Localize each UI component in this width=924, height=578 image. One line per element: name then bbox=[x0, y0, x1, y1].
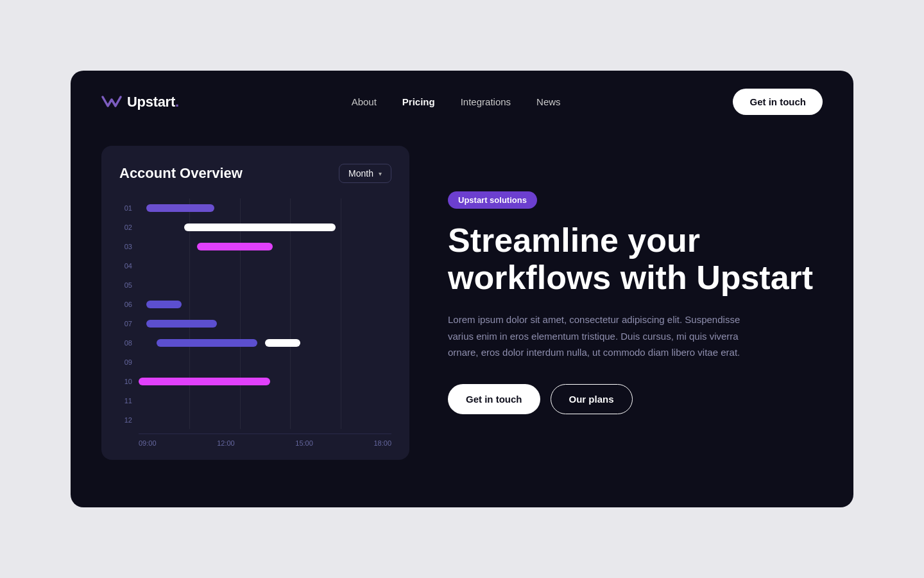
time-label-0900: 09:00 bbox=[139, 439, 157, 447]
gantt-row: 08 bbox=[119, 333, 391, 353]
time-label-1500: 15:00 bbox=[295, 439, 313, 447]
row-track bbox=[139, 198, 391, 218]
nav-integrations[interactable]: Integrations bbox=[461, 96, 511, 107]
nav-links: About Pricing Integrations News bbox=[352, 96, 561, 108]
nav-news[interactable]: News bbox=[536, 96, 561, 107]
gantt-row: 02 bbox=[119, 218, 391, 237]
nav-about[interactable]: About bbox=[352, 96, 377, 107]
gantt-time-axis: 09:00 12:00 15:00 18:00 bbox=[139, 434, 391, 447]
gantt-row: 07 bbox=[119, 314, 391, 333]
row-label: 12 bbox=[119, 416, 139, 424]
gantt-bar bbox=[146, 320, 217, 328]
gantt-row: 01 bbox=[119, 198, 391, 218]
nav-cta-button[interactable]: Get in touch bbox=[733, 89, 823, 115]
row-label: 08 bbox=[119, 339, 139, 347]
hero-primary-button[interactable]: Get in touch bbox=[448, 384, 540, 414]
gantt-row: 03 bbox=[119, 237, 391, 256]
time-label-1200: 12:00 bbox=[217, 439, 235, 447]
gantt-row: 06 bbox=[119, 295, 391, 314]
gantt-rows: 01 02 03 bbox=[119, 198, 391, 430]
time-label-1800: 18:00 bbox=[373, 439, 391, 447]
row-label: 04 bbox=[119, 262, 139, 270]
row-label: 07 bbox=[119, 320, 139, 328]
chart-header: Account Overview Month ▾ bbox=[119, 164, 391, 183]
month-dropdown-label: Month bbox=[348, 168, 373, 179]
logo[interactable]: Upstart. bbox=[101, 94, 179, 110]
row-label: 02 bbox=[119, 223, 139, 231]
chart-title: Account Overview bbox=[119, 165, 243, 182]
logo-icon bbox=[101, 94, 122, 110]
gantt-row: 12 bbox=[119, 410, 391, 430]
gantt-bar bbox=[157, 339, 258, 347]
row-track bbox=[139, 276, 391, 295]
row-track bbox=[139, 295, 391, 314]
hero-outline-button[interactable]: Our plans bbox=[551, 384, 633, 414]
gantt-bar bbox=[146, 204, 214, 212]
brand-name: Upstart. bbox=[127, 94, 179, 110]
hero-text: Upstart solutions Streamline your workfl… bbox=[448, 191, 823, 414]
gantt-row: 04 bbox=[119, 256, 391, 276]
gantt-row: 05 bbox=[119, 276, 391, 295]
gantt-row: 11 bbox=[119, 391, 391, 410]
row-track bbox=[139, 333, 391, 353]
gantt-bar bbox=[197, 243, 273, 250]
chevron-down-icon: ▾ bbox=[379, 170, 382, 177]
row-track bbox=[139, 314, 391, 333]
hero-buttons: Get in touch Our plans bbox=[448, 384, 823, 414]
hero-body: Lorem ipsum dolor sit amet, consectetur … bbox=[448, 311, 756, 361]
row-label: 05 bbox=[119, 281, 139, 289]
row-label: 11 bbox=[119, 397, 139, 405]
row-track bbox=[139, 218, 391, 237]
gantt-row: 09 bbox=[119, 353, 391, 372]
nav-pricing[interactable]: Pricing bbox=[402, 96, 435, 107]
hero-section: Account Overview Month ▾ bbox=[71, 133, 853, 498]
row-label: 06 bbox=[119, 301, 139, 308]
row-track bbox=[139, 256, 391, 276]
gantt-bar bbox=[139, 378, 270, 385]
chart-card: Account Overview Month ▾ bbox=[101, 146, 409, 460]
row-label: 10 bbox=[119, 378, 139, 385]
month-dropdown[interactable]: Month ▾ bbox=[339, 164, 391, 183]
navbar: Upstart. About Pricing Integrations News… bbox=[71, 71, 853, 133]
gantt-bar bbox=[184, 223, 336, 231]
gantt-bar bbox=[146, 301, 182, 308]
row-track bbox=[139, 353, 391, 372]
row-label: 03 bbox=[119, 243, 139, 250]
row-label: 09 bbox=[119, 358, 139, 366]
app-window: Upstart. About Pricing Integrations News… bbox=[71, 71, 853, 507]
gantt-bar bbox=[265, 339, 300, 347]
row-track bbox=[139, 237, 391, 256]
solutions-badge: Upstart solutions bbox=[448, 191, 537, 209]
hero-heading: Streamline your workflows with Upstart bbox=[448, 222, 823, 296]
gantt-row: 10 bbox=[119, 372, 391, 391]
gantt-chart: 01 02 03 bbox=[119, 198, 391, 447]
row-track bbox=[139, 391, 391, 410]
row-label: 01 bbox=[119, 204, 139, 212]
row-track bbox=[139, 372, 391, 391]
row-track bbox=[139, 410, 391, 430]
